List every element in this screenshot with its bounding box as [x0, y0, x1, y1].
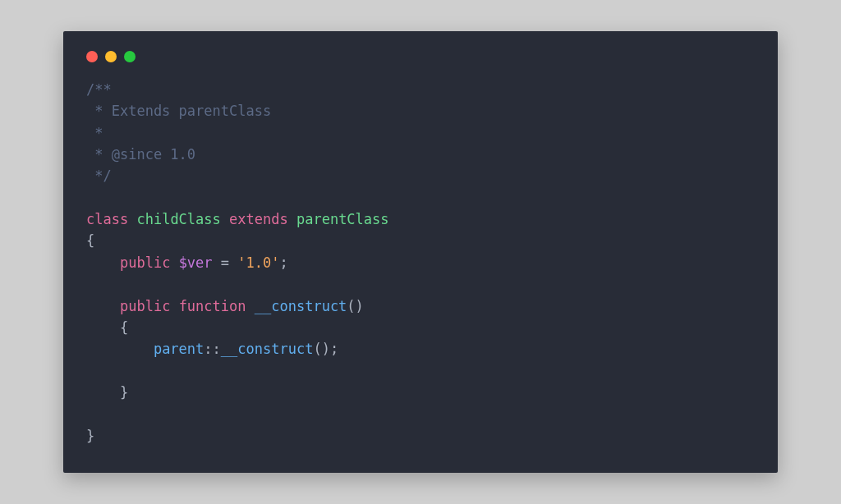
class-name: childClass: [136, 211, 220, 227]
keyword-function: function: [179, 298, 246, 314]
brace: }: [120, 384, 128, 401]
parens: (): [313, 341, 329, 357]
keyword-class: class: [86, 211, 128, 227]
docblock-line: * @since 1.0: [86, 146, 195, 163]
docblock-line: * Extends parentClass: [86, 103, 271, 119]
string-literal: '1.0': [237, 254, 279, 271]
indent: [86, 319, 120, 336]
code-editor-window: /** * Extends parentClass * * @since 1.0…: [63, 31, 778, 473]
indent: [86, 384, 120, 401]
docblock-close: */: [86, 167, 112, 184]
parent-ref: parent: [154, 341, 204, 357]
window-controls: [86, 51, 755, 62]
brace: {: [120, 319, 128, 336]
code-block: /** * Extends parentClass * * @since 1.0…: [86, 79, 755, 447]
parens: (): [347, 298, 363, 314]
close-icon[interactable]: [86, 51, 98, 62]
indent: [86, 298, 120, 314]
parent-class-name: parentClass: [296, 211, 389, 227]
brace: {: [86, 232, 94, 249]
indent: [86, 254, 120, 271]
maximize-icon[interactable]: [124, 51, 136, 62]
variable: $ver: [179, 254, 213, 271]
docblock-star: *: [86, 125, 103, 141]
brace: }: [86, 428, 94, 444]
scope-operator: ::: [204, 341, 220, 357]
semicolon: ;: [330, 341, 338, 357]
keyword-public: public: [120, 254, 170, 271]
function-name: __construct: [221, 341, 314, 357]
operator: =: [213, 254, 238, 271]
minimize-icon[interactable]: [105, 51, 117, 62]
indent: [86, 341, 154, 357]
keyword-public: public: [120, 298, 170, 314]
docblock-open: /**: [86, 81, 112, 98]
function-name: __construct: [255, 298, 347, 314]
keyword-extends: extends: [229, 211, 288, 227]
semicolon: ;: [279, 254, 287, 271]
